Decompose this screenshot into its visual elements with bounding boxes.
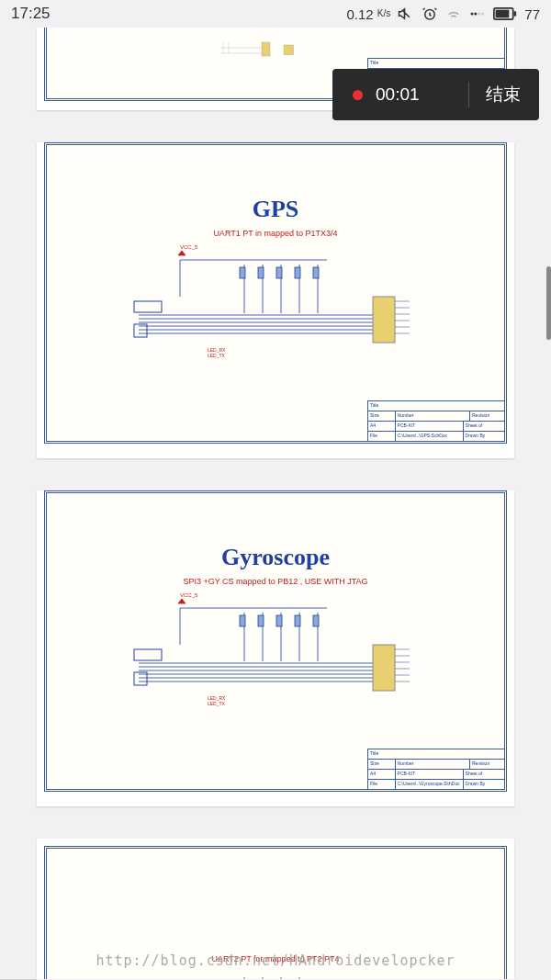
vcc-label: VCC_5 — [180, 592, 197, 598]
battery-icon — [493, 6, 517, 22]
svg-rect-27 — [258, 267, 264, 278]
status-bar: 17:25 0.12 K/s 77 — [0, 0, 551, 28]
record-dot-icon — [353, 90, 363, 100]
schematic-note: UART1 PT in mapped to P1TX3/4 — [47, 229, 504, 238]
scrollbar[interactable] — [546, 28, 551, 980]
watermark: http://blog.csdn.net/HAndroidevelopcker — [0, 952, 551, 969]
svg-rect-56 — [276, 615, 282, 626]
signal-icon — [469, 6, 486, 22]
circuit-diagram — [125, 599, 428, 718]
svg-rect-26 — [240, 267, 245, 278]
svg-rect-33 — [373, 297, 395, 343]
battery-percent: 77 — [524, 6, 540, 22]
svg-rect-68 — [134, 649, 162, 660]
wifi-icon — [445, 6, 462, 22]
svg-point-3 — [478, 13, 480, 16]
schematic-card-gyroscope[interactable]: Gyroscope SPI3 +GY CS mapped to PB12 , U… — [37, 490, 514, 806]
mute-icon — [398, 6, 414, 22]
svg-rect-61 — [373, 645, 395, 691]
schematic-card-gps[interactable]: GPS UART1 PT in mapped to P1TX3/4 VCC_5 — [37, 142, 514, 458]
svg-rect-40 — [134, 301, 162, 312]
alarm-icon — [422, 6, 438, 22]
svg-rect-55 — [258, 615, 264, 626]
schematic-title: GPS — [47, 145, 504, 223]
schematic-title: Gyroscope — [47, 493, 504, 571]
clock: 17:25 — [11, 5, 51, 23]
svg-rect-58 — [313, 615, 319, 626]
scrollbar-thumb[interactable] — [546, 266, 551, 340]
recording-overlay: 00:01 结束 — [332, 69, 539, 120]
svg-rect-28 — [276, 267, 282, 278]
svg-point-4 — [481, 13, 484, 16]
svg-marker-60 — [178, 599, 186, 603]
svg-rect-29 — [295, 267, 300, 278]
title-block: Title SizeNumberRevision A4PCB-KITSheet … — [367, 400, 505, 442]
led-labels: LED_RXLED_TX — [208, 347, 225, 358]
recording-time: 00:01 — [376, 84, 452, 105]
svg-point-2 — [475, 13, 478, 16]
svg-rect-6 — [496, 10, 510, 18]
circuit-diagram — [125, 251, 428, 370]
led-labels: LED_RXLED_TX — [208, 695, 225, 706]
schematic-title — [47, 849, 504, 899]
schematic-note: SPI3 +GY CS mapped to PB12 , USE WITH JT… — [47, 577, 504, 586]
svg-rect-30 — [313, 267, 319, 278]
svg-point-1 — [471, 13, 474, 16]
svg-rect-57 — [295, 615, 300, 626]
svg-rect-54 — [240, 615, 245, 626]
svg-rect-13 — [284, 45, 294, 55]
network-speed: 0.12 K/s — [346, 6, 390, 22]
end-recording-button[interactable]: 结束 — [486, 83, 521, 107]
title-block: Title SizeNumberRevision A4PCB-KITSheet … — [367, 749, 505, 790]
svg-rect-12 — [262, 42, 270, 56]
svg-marker-32 — [178, 251, 186, 255]
divider — [468, 82, 469, 107]
vcc-label: VCC_5 — [180, 244, 197, 250]
svg-rect-7 — [514, 11, 517, 16]
content-scroll[interactable]: Title SizeNumberRevision A4 DateSheet of… — [0, 28, 551, 980]
